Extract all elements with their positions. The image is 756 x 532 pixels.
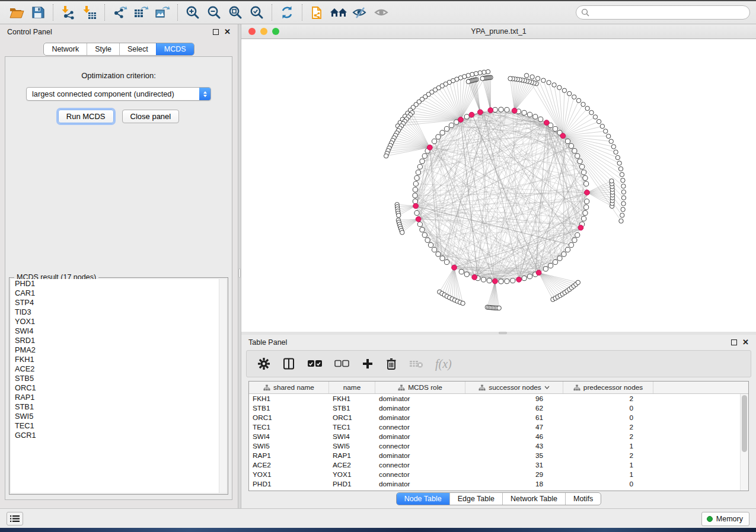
network-node[interactable] xyxy=(582,170,586,175)
network-node[interactable] xyxy=(585,199,589,204)
network-node[interactable] xyxy=(572,238,577,242)
mcds-result-item[interactable]: RAP1 xyxy=(11,393,227,402)
splitter-handle[interactable] xyxy=(238,268,241,278)
export-image-button[interactable] xyxy=(152,4,173,21)
network-node[interactable] xyxy=(585,106,589,110)
close-panel-button[interactable]: Close panel xyxy=(122,110,180,123)
network-node[interactable] xyxy=(621,207,625,211)
export-network-button[interactable] xyxy=(109,4,130,21)
network-node[interactable] xyxy=(530,75,534,79)
network-graph[interactable] xyxy=(241,39,756,332)
network-node[interactable] xyxy=(620,172,624,177)
network-node[interactable] xyxy=(508,76,512,81)
network-node[interactable] xyxy=(522,110,527,115)
network-node[interactable] xyxy=(565,247,570,252)
network-node[interactable] xyxy=(567,91,572,95)
show-all-networks-button[interactable] xyxy=(328,4,349,21)
network-node[interactable] xyxy=(486,69,490,73)
network-node[interactable] xyxy=(562,252,566,257)
network-node[interactable] xyxy=(596,119,601,123)
minimize-window-icon[interactable] xyxy=(260,28,267,35)
network-node[interactable] xyxy=(420,227,425,232)
network-node[interactable] xyxy=(417,222,422,226)
mcds-result-item[interactable]: SWI4 xyxy=(11,326,227,336)
network-canvas[interactable] xyxy=(241,39,756,332)
tab-node-table[interactable]: Node Table xyxy=(397,493,449,505)
network-node[interactable] xyxy=(557,256,562,261)
network-node[interactable] xyxy=(580,164,585,169)
float-panel-icon[interactable] xyxy=(731,339,737,345)
hide-selected-button[interactable] xyxy=(349,4,371,21)
network-node[interactable] xyxy=(436,134,441,139)
table-row[interactable]: RAP1RAP1dominator352 xyxy=(249,451,740,460)
mcds-node[interactable] xyxy=(413,203,419,209)
table-row[interactable]: YOX1YOX1connector291 xyxy=(249,470,740,479)
network-node[interactable] xyxy=(583,175,588,180)
mcds-result-item[interactable]: PHD1 xyxy=(11,279,227,289)
optimization-criterion-dropdown[interactable]: largest connected component (undirected) xyxy=(26,87,211,101)
mcds-result-item[interactable]: GCR1 xyxy=(11,431,227,440)
mcds-node[interactable] xyxy=(516,277,522,282)
export-table-button[interactable] xyxy=(130,4,152,21)
network-node[interactable] xyxy=(464,272,469,277)
column-header-successor-nodes[interactable]: successor nodes xyxy=(465,382,563,393)
network-node[interactable] xyxy=(425,238,430,242)
show-hidden-button[interactable] xyxy=(371,4,392,21)
close-panel-icon[interactable]: ✕ xyxy=(742,339,749,345)
network-node[interactable] xyxy=(417,164,422,169)
network-node[interactable] xyxy=(547,81,551,85)
network-node[interactable] xyxy=(610,179,614,183)
network-node[interactable] xyxy=(422,153,427,158)
network-node[interactable] xyxy=(480,76,484,81)
refresh-network-button[interactable] xyxy=(276,4,298,21)
network-node[interactable] xyxy=(449,123,454,127)
network-node[interactable] xyxy=(499,107,503,112)
zoom-fit-button[interactable] xyxy=(225,4,246,21)
network-node[interactable] xyxy=(505,279,509,284)
network-node[interactable] xyxy=(607,134,611,138)
network-node[interactable] xyxy=(436,252,441,257)
mcds-result-item[interactable]: SWI5 xyxy=(11,412,227,421)
network-node[interactable] xyxy=(584,181,589,186)
network-node[interactable] xyxy=(459,270,464,274)
network-node[interactable] xyxy=(533,114,538,119)
mcds-result-item[interactable]: TID3 xyxy=(11,307,227,317)
close-window-icon[interactable] xyxy=(248,28,256,35)
network-node[interactable] xyxy=(384,154,388,158)
network-node[interactable] xyxy=(493,107,497,112)
delete-column-button[interactable] xyxy=(385,355,397,373)
float-panel-icon[interactable] xyxy=(213,29,219,35)
network-node[interactable] xyxy=(416,170,420,175)
network-node[interactable] xyxy=(618,166,623,171)
network-node[interactable] xyxy=(541,78,546,82)
mcds-list-scrollbar[interactable] xyxy=(219,279,227,493)
network-node[interactable] xyxy=(535,76,540,81)
mcds-result-item[interactable]: ORC1 xyxy=(11,383,227,393)
network-node[interactable] xyxy=(557,85,562,89)
table-row[interactable]: TEC1TEC1connector472 xyxy=(249,422,740,432)
network-node[interactable] xyxy=(413,199,417,204)
import-network-button[interactable] xyxy=(58,4,79,21)
network-node[interactable] xyxy=(527,274,532,279)
mcds-node[interactable] xyxy=(560,133,566,139)
network-node[interactable] xyxy=(440,130,445,135)
tab-network[interactable]: Network xyxy=(44,43,87,55)
mcds-result-item[interactable]: FKH1 xyxy=(11,355,227,364)
network-node[interactable] xyxy=(527,112,532,117)
network-node[interactable] xyxy=(576,280,580,284)
network-node[interactable] xyxy=(553,126,557,131)
mcds-node[interactable] xyxy=(478,110,483,115)
run-mcds-button[interactable]: Run MCDS xyxy=(58,110,114,123)
network-node[interactable] xyxy=(565,139,570,143)
network-node[interactable] xyxy=(619,219,623,223)
network-node[interactable] xyxy=(572,95,576,99)
network-node[interactable] xyxy=(497,306,501,310)
network-node[interactable] xyxy=(481,277,486,282)
network-node[interactable] xyxy=(432,139,436,143)
mcds-node[interactable] xyxy=(578,225,583,230)
network-node[interactable] xyxy=(397,213,401,217)
network-node[interactable] xyxy=(548,263,553,268)
table-row[interactable]: STB1STB1dominator620 xyxy=(249,403,740,413)
search-input[interactable] xyxy=(592,8,745,17)
import-table-button[interactable] xyxy=(79,4,100,21)
